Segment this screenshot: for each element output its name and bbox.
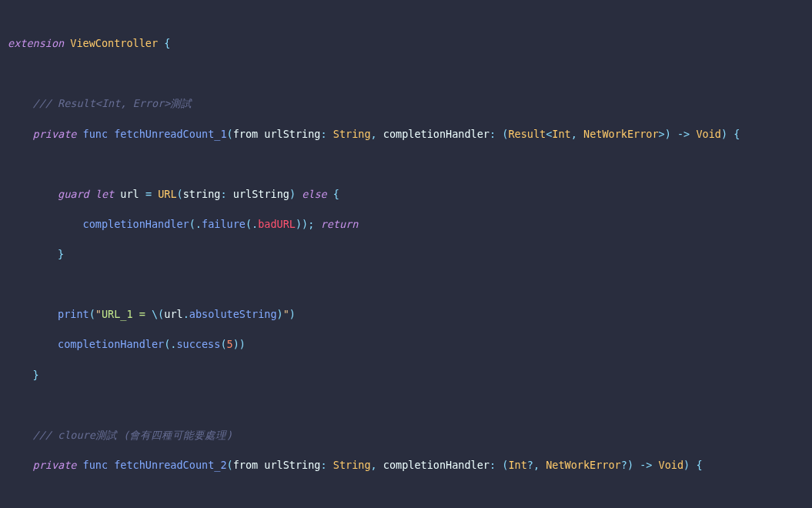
code-line bbox=[8, 157, 804, 172]
code-line bbox=[8, 66, 804, 82]
code-line: /// cloure測試 (會有四種可能要處理) bbox=[8, 428, 804, 443]
code-line: } bbox=[8, 247, 804, 262]
code-line bbox=[8, 277, 804, 292]
code-line: completionHandler(.failure(.badURL)); re… bbox=[8, 217, 804, 232]
code-line: } bbox=[8, 368, 804, 383]
code-line: private func fetchUnreadCount_2(from url… bbox=[8, 458, 804, 473]
code-line: private func fetchUnreadCount_1(from url… bbox=[8, 127, 804, 142]
code-line: extension ViewController { bbox=[8, 36, 804, 52]
code-line bbox=[8, 488, 804, 503]
code-line: completionHandler(.success(5)) bbox=[8, 337, 804, 353]
code-line bbox=[8, 398, 804, 413]
code-editor[interactable]: extension ViewController { /// Result<In… bbox=[8, 22, 804, 508]
code-line: /// Result<Int, Error>測試 bbox=[8, 96, 804, 112]
code-line: guard let url = URL(string: urlString) e… bbox=[8, 187, 804, 202]
code-line: print("URL_1 = \(url.absoluteString)") bbox=[8, 307, 804, 323]
